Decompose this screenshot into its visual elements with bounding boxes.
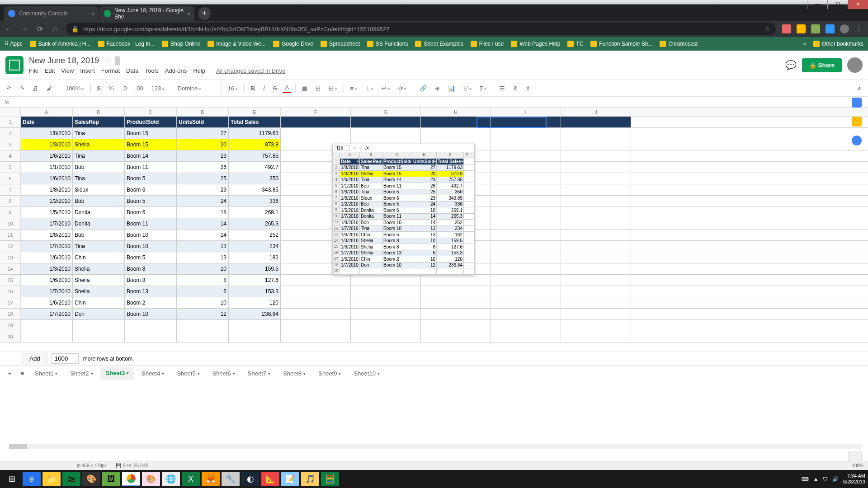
cell[interactable] — [281, 117, 351, 127]
cell[interactable] — [491, 309, 561, 319]
sheet-tab-dropdown-icon[interactable]: ▾ — [303, 371, 306, 376]
cell[interactable] — [421, 286, 491, 297]
cell[interactable] — [561, 263, 631, 274]
link-button[interactable]: 🔗 — [418, 84, 429, 93]
row-header[interactable]: 4 — [0, 150, 21, 161]
cell[interactable]: 25 — [177, 173, 229, 184]
cell[interactable]: 343.85 — [229, 184, 281, 195]
table-row[interactable]: 171/6/2010ChinBoom 210120 — [0, 297, 868, 309]
cell[interactable] — [229, 331, 281, 342]
cell[interactable]: 336 — [229, 196, 281, 206]
cell[interactable]: 1/7/2010 — [21, 218, 73, 229]
taskbar-app-store[interactable]: 🛍 — [62, 472, 80, 486]
cell[interactable]: 20 — [177, 139, 229, 150]
cell[interactable] — [281, 331, 351, 342]
cell[interactable] — [21, 320, 73, 331]
profile-avatar[interactable] — [840, 24, 849, 33]
cell[interactable]: UnitsSold — [177, 117, 229, 127]
cell[interactable]: 1/6/2010 — [21, 275, 73, 286]
bookmark-item[interactable]: Facebook - Log In... — [98, 41, 155, 47]
extension-icon[interactable] — [811, 24, 820, 33]
cell[interactable] — [351, 128, 421, 139]
undo-button[interactable]: ↶ — [5, 84, 13, 93]
cell[interactable] — [281, 275, 351, 286]
formula-bar[interactable]: fx — [0, 97, 868, 108]
menu-view[interactable]: View — [61, 67, 74, 74]
tray-security-icon[interactable]: 🛡 — [823, 476, 828, 482]
cell[interactable]: 153.3 — [229, 286, 281, 297]
redo-button[interactable]: ↷ — [18, 84, 26, 93]
row-header[interactable]: 1 — [0, 117, 21, 127]
sheet-tab[interactable]: Sheet2▾ — [65, 367, 98, 380]
cell[interactable] — [351, 331, 421, 342]
cell[interactable]: Don — [73, 309, 125, 319]
cell[interactable] — [491, 207, 561, 218]
cell[interactable]: 1/3/2010 — [21, 139, 73, 150]
cell[interactable]: 1/6/2010 — [21, 173, 73, 184]
add-rows-input[interactable] — [52, 353, 79, 364]
table-row[interactable]: 161/7/2010SheliaBoom 136153.3 — [0, 286, 868, 297]
sheets-logo-icon[interactable] — [5, 56, 24, 74]
chart-button[interactable]: 📊 — [446, 84, 457, 93]
bookmark-item[interactable]: Shop Online — [162, 41, 200, 47]
cell[interactable] — [561, 286, 631, 297]
tray-expand-icon[interactable]: ▲ — [813, 476, 818, 482]
valign-dropdown[interactable]: ⊥ — [363, 84, 376, 93]
column-header[interactable]: A — [21, 108, 73, 116]
table-row[interactable]: 21/8/2010TinaBoom 15271179.63 — [0, 128, 868, 139]
cell[interactable] — [491, 275, 561, 286]
cell[interactable] — [491, 252, 561, 263]
bookmark-item[interactable]: SS Functions — [367, 41, 408, 47]
currency-button[interactable]: $ — [95, 84, 102, 93]
column-header[interactable]: I — [491, 108, 561, 116]
cell[interactable] — [491, 263, 561, 274]
taskbar-app[interactable]: 🖼 — [102, 472, 120, 486]
cell[interactable]: 265.3 — [229, 218, 281, 229]
fill-color-button[interactable]: ▦ — [300, 84, 309, 93]
tray-keyboard-icon[interactable]: ⌨ — [802, 476, 809, 482]
browser-tab-community[interactable]: Community Console × — [4, 6, 99, 21]
bookmark-item[interactable]: Bank of America | H... — [30, 41, 91, 47]
paint-format-button[interactable]: 🖌 — [45, 84, 54, 93]
cell[interactable] — [125, 331, 177, 342]
cell[interactable]: Chin — [73, 297, 125, 308]
share-button[interactable]: 🔒 Share — [802, 58, 842, 72]
cell[interactable]: Chin — [73, 252, 125, 263]
cell[interactable]: 873.8 — [229, 139, 281, 150]
cell[interactable]: 8 — [177, 275, 229, 286]
cell[interactable]: Boom 5 — [125, 252, 177, 263]
cell[interactable]: Tina — [73, 241, 125, 252]
close-tab-icon[interactable]: × — [91, 10, 95, 17]
cell[interactable]: 23 — [177, 150, 229, 161]
row-header[interactable]: 7 — [0, 184, 21, 195]
cell[interactable] — [351, 117, 421, 127]
font-size-dropdown[interactable]: 16 — [226, 84, 240, 93]
text-color-button[interactable]: A — [283, 83, 291, 93]
sheet-tab[interactable]: Sheet4▾ — [136, 367, 170, 380]
bookmark-item[interactable]: Function Sample Sh... — [590, 41, 652, 47]
cell[interactable]: 1/8/2010 — [21, 230, 73, 240]
table-row[interactable]: 20 — [0, 331, 868, 343]
rotate-dropdown[interactable]: ⟳ — [396, 84, 409, 93]
taskbar-app-explorer[interactable]: 📁 — [42, 472, 61, 486]
cell[interactable]: Boom 6 — [125, 184, 177, 195]
cell[interactable] — [561, 196, 631, 206]
sheet-tab[interactable]: Sheet6▾ — [207, 367, 241, 380]
cell[interactable] — [561, 230, 631, 240]
cell[interactable]: ProductSold — [125, 117, 177, 127]
cell[interactable] — [281, 128, 351, 139]
menu-insert[interactable]: Insert — [80, 67, 95, 74]
cell[interactable]: Sioux — [73, 184, 125, 195]
cell[interactable]: 1/3/2010 — [21, 263, 73, 274]
sheet-tab-dropdown-icon[interactable]: ▾ — [198, 371, 200, 376]
cell[interactable] — [351, 320, 421, 331]
cell[interactable]: 18 — [177, 207, 229, 218]
cell[interactable]: 1/6/2010 — [21, 297, 73, 308]
address-bar[interactable]: 🔒 https://docs.google.com/spreadsheets/d… — [66, 23, 776, 35]
cell[interactable]: Shelia — [73, 139, 125, 150]
column-header[interactable]: F — [281, 108, 351, 116]
sheet-tab[interactable]: Sheet9▾ — [313, 367, 346, 380]
cell[interactable] — [491, 162, 561, 173]
sheet-tab[interactable]: Sheet10▾ — [348, 367, 385, 380]
italic-button[interactable]: I — [261, 84, 267, 93]
